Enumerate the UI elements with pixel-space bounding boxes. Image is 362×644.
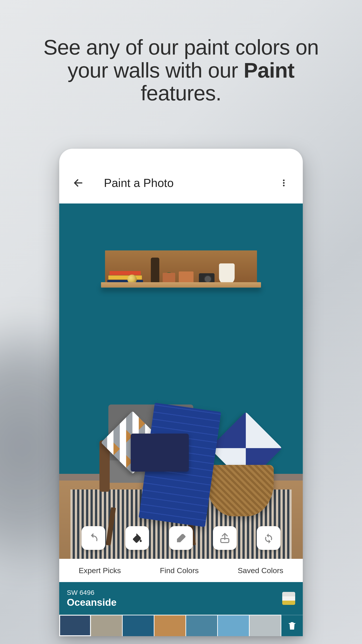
delete-swatch-button[interactable] (281, 615, 303, 636)
undo-icon (87, 532, 99, 544)
back-button[interactable] (70, 175, 86, 191)
headline-post: features. (141, 81, 221, 105)
eraser-icon (175, 532, 187, 544)
trash-icon (287, 621, 297, 631)
palette-chip-button[interactable] (282, 592, 295, 605)
tab-expert-picks[interactable]: Expert Picks (79, 566, 121, 575)
swatch-6[interactable] (218, 615, 250, 636)
phone-frame: Paint a Photo (59, 149, 303, 636)
photo-canvas[interactable] (59, 204, 303, 559)
shelf-vase (219, 264, 235, 284)
wall-shelf (105, 250, 257, 284)
swatch-2[interactable] (91, 615, 123, 636)
page-title: Paint a Photo (95, 176, 267, 190)
shelf-bottle (151, 258, 159, 284)
shelf-books (107, 268, 143, 284)
tab-find-colors[interactable]: Find Colors (160, 566, 199, 575)
swatch-row (59, 615, 303, 636)
svg-point-2 (283, 182, 285, 184)
svg-point-3 (283, 185, 285, 186)
marketing-headline: See any of our paint colors on your wall… (36, 36, 326, 105)
shelf-board (101, 282, 261, 288)
swatch-7[interactable] (250, 615, 281, 636)
current-color-bar: SW 6496 Oceanside (59, 582, 303, 615)
paint-button[interactable] (125, 526, 149, 550)
share-icon (219, 532, 231, 544)
color-tabs: Expert Picks Find Colors Saved Colors (59, 559, 303, 582)
wicker-basket (207, 465, 274, 516)
tab-saved-colors[interactable]: Saved Colors (238, 566, 283, 575)
headline-bold: Paint (244, 58, 294, 82)
undo-button[interactable] (81, 526, 105, 550)
more-menu-button[interactable] (276, 175, 292, 191)
app-bar: Paint a Photo (59, 149, 303, 204)
erase-button[interactable] (169, 526, 193, 550)
arrow-left-icon (73, 178, 84, 188)
color-name: Oceanside (67, 597, 117, 608)
svg-point-1 (283, 179, 285, 181)
swatch-1[interactable] (59, 615, 91, 636)
armchair (99, 404, 202, 514)
share-button[interactable] (213, 526, 237, 550)
current-color-text: SW 6496 Oceanside (67, 589, 117, 608)
navy-pillow (131, 434, 189, 472)
color-code: SW 6496 (67, 589, 117, 596)
paint-bucket-icon (131, 532, 143, 544)
swatch-3[interactable] (123, 615, 154, 636)
swatch-5[interactable] (186, 615, 218, 636)
reset-button[interactable] (257, 526, 281, 550)
swatch-4[interactable] (154, 615, 186, 636)
more-vert-icon (279, 178, 288, 188)
refresh-icon (263, 532, 275, 544)
tool-row (59, 526, 303, 550)
